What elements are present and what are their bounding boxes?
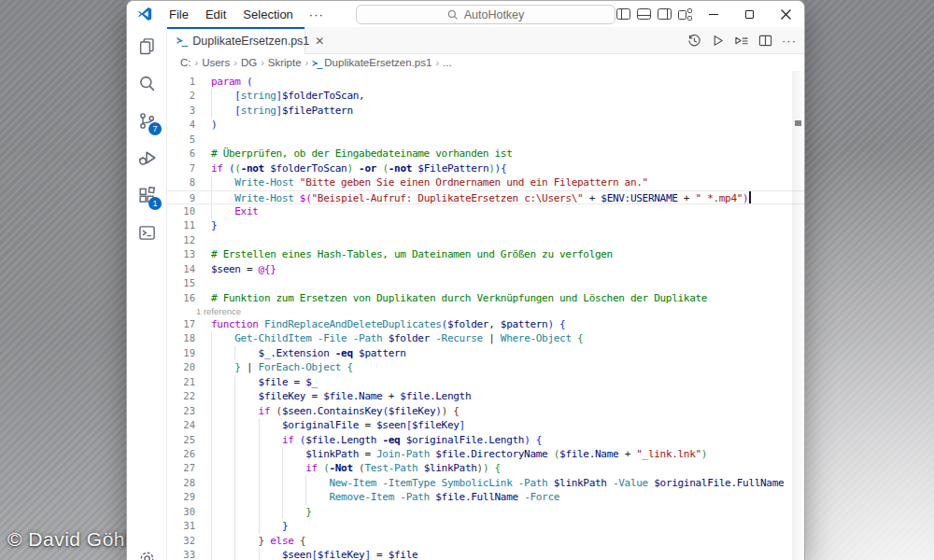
code-token: @{} bbox=[259, 263, 276, 275]
code-token: " *.mp4" bbox=[696, 192, 743, 204]
code-token: $fileKey bbox=[412, 419, 460, 431]
command-center-search[interactable]: AutoHotkey bbox=[356, 5, 616, 24]
run-in-terminal-icon[interactable] bbox=[734, 34, 749, 48]
breadcrumb-item[interactable]: DuplikateErsetzen.ps1 bbox=[324, 57, 432, 68]
code-token: $pattern bbox=[359, 347, 406, 359]
toggle-secondary-sidebar-icon[interactable] bbox=[658, 8, 672, 20]
terminal-view-icon[interactable] bbox=[127, 214, 167, 251]
line-number[interactable]: 20 bbox=[167, 360, 205, 374]
vertical-scrollbar[interactable] bbox=[792, 71, 804, 560]
code-token: = bbox=[371, 549, 389, 560]
line-number[interactable]: 5 bbox=[167, 133, 205, 147]
menu-item-file[interactable]: File bbox=[161, 5, 197, 24]
line-number[interactable]: 8 bbox=[167, 175, 205, 189]
line-number[interactable]: 22 bbox=[167, 389, 205, 403]
code-token: $seen bbox=[282, 549, 312, 560]
line-number[interactable]: 19 bbox=[167, 346, 205, 360]
customize-layout-icon[interactable] bbox=[678, 8, 692, 21]
code-line: 24 $originalFile = $seen[$fileKey] bbox=[167, 418, 804, 432]
code-token: -Path bbox=[400, 491, 435, 503]
editor-pane[interactable]: 1param (2 [string]$folderToScan,3 [strin… bbox=[167, 71, 804, 560]
line-number[interactable]: 7 bbox=[167, 161, 205, 175]
code-line: 29 Remove-Item -Path $file.FullName -For… bbox=[167, 490, 804, 504]
line-number[interactable]: 17 bbox=[167, 317, 205, 331]
line-number[interactable]: 4 bbox=[167, 118, 205, 132]
line-number[interactable]: 26 bbox=[167, 447, 205, 461]
breadcrumb-item[interactable]: DG bbox=[241, 57, 257, 68]
code-token: $file bbox=[389, 549, 418, 560]
code-token: "_link.lnk" bbox=[636, 448, 701, 460]
search-view-icon[interactable] bbox=[127, 64, 167, 102]
codelens-references[interactable]: 1 reference bbox=[167, 305, 804, 317]
code-line-content: if ($seen.ContainsKey($fileKey)) { bbox=[205, 404, 804, 418]
line-number[interactable]: 15 bbox=[167, 276, 205, 290]
close-button[interactable] bbox=[768, 1, 804, 27]
breadcrumb-item[interactable]: C: bbox=[180, 57, 191, 68]
line-number[interactable]: 23 bbox=[167, 404, 205, 418]
breadcrumb-item[interactable]: Users bbox=[202, 57, 230, 68]
line-number[interactable]: 25 bbox=[167, 433, 205, 447]
line-number[interactable]: 16 bbox=[167, 291, 205, 305]
code-token: SymbolicLink bbox=[442, 477, 518, 489]
tab-duplikateersetzen[interactable]: ≻_ DuplikateErsetzen.ps1 ✕ bbox=[167, 27, 305, 54]
code-token: = bbox=[305, 390, 323, 402]
settings-gear-icon[interactable] bbox=[127, 550, 167, 560]
line-number[interactable]: 31 bbox=[167, 519, 205, 533]
toggle-panel-icon[interactable] bbox=[637, 8, 651, 20]
line-number[interactable]: 12 bbox=[167, 233, 205, 247]
line-number[interactable]: 2 bbox=[167, 89, 205, 103]
timeline-history-icon[interactable] bbox=[687, 34, 701, 48]
line-number[interactable]: 32 bbox=[167, 534, 205, 548]
code-line: 25 if ($file.Length -eq $originalFile.Le… bbox=[167, 433, 804, 447]
run-debug-icon[interactable] bbox=[127, 139, 167, 176]
explorer-icon[interactable] bbox=[127, 27, 167, 64]
code-token: | bbox=[241, 361, 259, 373]
line-number[interactable]: 9 bbox=[167, 191, 205, 203]
maximize-button[interactable] bbox=[731, 1, 768, 27]
code-token: if bbox=[282, 434, 300, 446]
indent-guide bbox=[211, 375, 212, 389]
line-number[interactable]: 18 bbox=[167, 331, 205, 345]
line-number[interactable]: 11 bbox=[167, 218, 205, 232]
line-number[interactable]: 29 bbox=[167, 490, 205, 504]
line-number[interactable]: 13 bbox=[167, 247, 205, 261]
code-line-content: Remove-Item -Path $file.FullName -Force bbox=[205, 490, 804, 504]
split-editor-icon[interactable] bbox=[758, 34, 772, 48]
indent-guide bbox=[282, 476, 283, 490]
line-number[interactable]: 28 bbox=[167, 476, 205, 490]
menu-item-edit[interactable]: Edit bbox=[197, 5, 234, 24]
code-line-content: # Funktion zum Ersetzen von Duplikaten d… bbox=[205, 291, 804, 305]
tab-close-icon[interactable]: ✕ bbox=[315, 35, 324, 47]
menu-item-selection[interactable]: Selection bbox=[234, 5, 301, 24]
code-token: New-Item bbox=[329, 477, 382, 489]
indent-guide bbox=[259, 548, 260, 560]
line-number[interactable]: 10 bbox=[167, 204, 205, 218]
code-line-content: Get-ChildItem -File -Path $folder -Recur… bbox=[205, 331, 804, 345]
code-line-content: if ($file.Length -eq $originalFile.Lengt… bbox=[205, 433, 804, 447]
run-button[interactable] bbox=[711, 34, 725, 48]
code-line: 15 bbox=[167, 276, 804, 290]
code-line-content: New-Item -ItemType SymbolicLink -Path $l… bbox=[205, 476, 804, 490]
line-number[interactable]: 14 bbox=[167, 262, 205, 276]
line-number[interactable]: 24 bbox=[167, 418, 205, 432]
toggle-primary-sidebar-icon[interactable] bbox=[616, 8, 630, 20]
code-token: { bbox=[347, 361, 352, 373]
line-number[interactable]: 3 bbox=[167, 104, 205, 118]
more-actions-icon[interactable]: ··· bbox=[782, 34, 797, 48]
source-control-icon[interactable]: 7 bbox=[127, 102, 167, 139]
menu-overflow-icon[interactable]: ··· bbox=[302, 5, 332, 24]
breadcrumb-separator: › bbox=[194, 57, 200, 68]
line-number[interactable]: 21 bbox=[167, 375, 205, 389]
code-token: -Force bbox=[524, 491, 559, 503]
line-number[interactable]: 33 bbox=[167, 548, 205, 560]
breadcrumb-item[interactable]: ... bbox=[443, 57, 452, 68]
line-number[interactable]: 6 bbox=[167, 147, 205, 161]
line-number[interactable]: 30 bbox=[167, 505, 205, 519]
extensions-icon[interactable]: 1 bbox=[127, 176, 167, 214]
indent-guide bbox=[211, 418, 212, 432]
breadcrumb-item[interactable]: Skripte bbox=[268, 57, 302, 68]
line-number[interactable]: 27 bbox=[167, 461, 205, 475]
minimize-button[interactable] bbox=[695, 1, 731, 27]
code-line-content bbox=[205, 276, 804, 290]
line-number[interactable]: 1 bbox=[167, 75, 205, 89]
